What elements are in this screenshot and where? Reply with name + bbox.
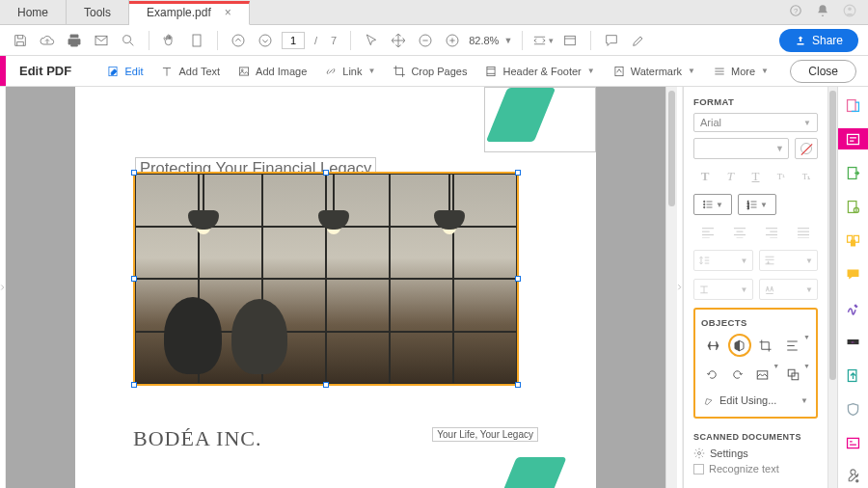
save-icon[interactable]: [10, 30, 31, 51]
tab-close-icon[interactable]: ×: [225, 6, 231, 19]
recognize-text-checkbox[interactable]: Recognize text: [693, 463, 818, 474]
resize-handle-s[interactable]: [323, 382, 329, 388]
tagline-text[interactable]: Your Life, Your Legacy: [432, 427, 538, 442]
align-objects-button[interactable]: [779, 334, 804, 357]
document-canvas[interactable]: Protecting Your Financial Legacy Your Li…: [6, 87, 665, 488]
select-icon[interactable]: [361, 30, 382, 51]
share-button[interactable]: Share: [779, 29, 858, 52]
add-text-tool[interactable]: Add Text: [160, 65, 220, 78]
tab-tools[interactable]: Tools: [67, 0, 129, 24]
crop-tool[interactable]: Crop Pages: [393, 65, 467, 78]
italic-button[interactable]: T: [719, 167, 742, 186]
resize-handle-w[interactable]: [131, 276, 137, 282]
align-right-button[interactable]: [757, 223, 787, 242]
logo-block[interactable]: [484, 87, 596, 152]
edit-using-button[interactable]: Edit Using... ▼: [701, 392, 810, 409]
bell-icon[interactable]: [816, 4, 829, 20]
search-icon[interactable]: [118, 30, 139, 51]
zoom-in-icon[interactable]: [442, 30, 463, 51]
svg-rect-38: [848, 439, 859, 448]
line-spacing-select[interactable]: ▼: [693, 250, 753, 271]
superscript-button[interactable]: T¹: [770, 167, 793, 186]
watermark-tool[interactable]: Watermark▼: [612, 65, 695, 78]
rail-more-tools-icon[interactable]: [838, 467, 869, 488]
pan-icon[interactable]: [388, 30, 409, 51]
bold-button[interactable]: T: [693, 167, 717, 186]
panel-scrollbar[interactable]: [827, 87, 837, 488]
rail-note-icon[interactable]: [838, 263, 869, 285]
scanned-settings-button[interactable]: Settings: [693, 447, 818, 459]
flip-horizontal-button[interactable]: [728, 334, 751, 357]
read-mode-icon[interactable]: [559, 30, 581, 51]
font-color-select[interactable]: [795, 138, 818, 159]
canvas-scrollbar[interactable]: [665, 87, 677, 488]
svg-rect-6: [193, 35, 201, 46]
underline-button[interactable]: T: [744, 167, 767, 186]
print-icon[interactable]: [64, 30, 85, 51]
font-size-select[interactable]: ▼: [693, 138, 789, 159]
link-tool[interactable]: Link▼: [324, 65, 375, 78]
hand-tool-icon[interactable]: [159, 30, 180, 51]
fit-width-icon[interactable]: ▾: [532, 30, 554, 51]
resize-handle-e[interactable]: [515, 276, 521, 282]
rail-redact-icon[interactable]: xi.: [838, 332, 869, 353]
tab-home[interactable]: Home: [0, 0, 67, 24]
font-family-select[interactable]: Arial▼: [693, 113, 818, 132]
rail-comment-icon[interactable]: [838, 196, 869, 217]
rail-form-icon[interactable]: [838, 433, 869, 454]
resize-handle-ne[interactable]: [515, 170, 521, 176]
panel-scrollbar-thumb[interactable]: [829, 91, 836, 380]
numbered-list-button[interactable]: 123▼: [738, 194, 776, 215]
rail-export-icon[interactable]: [838, 162, 869, 183]
add-image-tool[interactable]: Add Image: [237, 65, 307, 78]
align-left-button[interactable]: [693, 223, 723, 242]
flip-vertical-button[interactable]: [701, 334, 726, 357]
cloud-upload-icon[interactable]: [37, 30, 58, 51]
close-button[interactable]: Close: [790, 60, 856, 83]
resize-handle-nw[interactable]: [131, 170, 137, 176]
brand-text[interactable]: BODÉA INC.: [133, 426, 261, 451]
highlight-pen-icon[interactable]: [628, 30, 649, 51]
header-footer-tool[interactable]: Header & Footer▼: [484, 65, 594, 78]
tab-file[interactable]: Example.pdf ×: [129, 1, 250, 25]
resize-handle-sw[interactable]: [131, 382, 137, 388]
rotate-ccw-button[interactable]: [701, 363, 724, 386]
scrollbar-thumb[interactable]: [668, 91, 675, 206]
zoom-out-icon[interactable]: [415, 30, 436, 51]
page-number-input[interactable]: [282, 32, 305, 49]
edit-tool[interactable]: Edit: [106, 65, 143, 78]
svg-point-18: [704, 203, 706, 205]
profile-icon[interactable]: [843, 4, 856, 20]
bullet-list-button[interactable]: ▼: [693, 194, 732, 215]
character-spacing-select[interactable]: ▼: [759, 279, 819, 300]
rotate-cw-button[interactable]: [726, 363, 749, 386]
horizontal-scale-select[interactable]: ▼: [693, 279, 753, 300]
email-icon[interactable]: [91, 30, 112, 51]
rail-edit-icon[interactable]: [838, 128, 869, 149]
more-tool[interactable]: More▼: [713, 65, 769, 78]
rail-create-icon[interactable]: [838, 95, 869, 116]
comment-icon[interactable]: [601, 30, 622, 51]
resize-handle-se[interactable]: [515, 382, 521, 388]
selected-image[interactable]: [133, 172, 519, 386]
rail-sign-icon[interactable]: [838, 297, 869, 318]
replace-image-button[interactable]: [751, 363, 774, 386]
rail-organize-icon[interactable]: [838, 230, 869, 251]
help-icon[interactable]: ?: [789, 4, 802, 20]
crop-object-button[interactable]: [753, 334, 778, 357]
resize-handle-n[interactable]: [323, 170, 329, 176]
align-justify-button[interactable]: [788, 223, 818, 242]
align-center-button[interactable]: [725, 223, 755, 242]
page-down-icon[interactable]: [255, 30, 276, 51]
arrange-button[interactable]: [781, 363, 804, 386]
tab-file-label: Example.pdf: [147, 6, 211, 19]
page-up-icon[interactable]: [228, 30, 249, 51]
subscript-button[interactable]: T₁: [795, 167, 818, 186]
paragraph-spacing-select[interactable]: ▼: [759, 250, 819, 271]
zoom-select[interactable]: 82.8%▼: [469, 35, 512, 46]
svg-point-17: [704, 201, 706, 203]
page-display-icon[interactable]: [186, 30, 207, 51]
rail-protect-icon[interactable]: [838, 399, 869, 420]
svg-rect-4: [95, 36, 107, 44]
rail-optimize-icon[interactable]: [838, 366, 869, 387]
